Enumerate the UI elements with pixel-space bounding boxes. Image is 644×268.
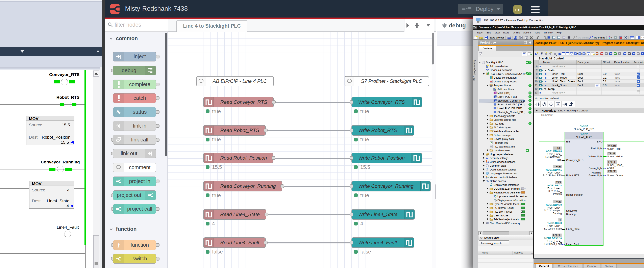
svg-text:?: ? bbox=[524, 188, 526, 190]
svg-text:??: ?? bbox=[556, 103, 559, 106]
svg-text:?: ? bbox=[610, 37, 612, 39]
